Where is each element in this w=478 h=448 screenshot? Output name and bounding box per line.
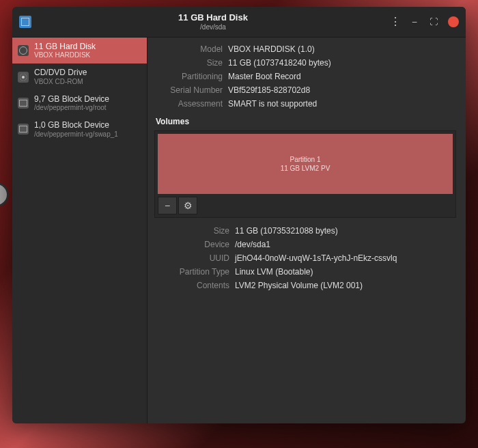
- part-type-value: Linux LVM (Bootable): [235, 266, 456, 278]
- part-size-value: 11 GB (10735321088 bytes): [235, 225, 456, 237]
- partition-properties: Size 11 GB (10735321088 bytes) Device /d…: [154, 225, 456, 292]
- background-ornament: [0, 184, 7, 205]
- device-sidebar: 11 GB Hard Disk VBOX HARDDISK CD/DVD Dri…: [12, 38, 147, 423]
- window-subtitle: /dev/sda: [36, 23, 391, 31]
- sidebar-item-hard-disk[interactable]: 11 GB Hard Disk VBOX HARDDISK: [12, 38, 147, 64]
- partitioning-value: Master Boot Record: [228, 70, 456, 83]
- part-device-value: /dev/sda1: [235, 238, 456, 251]
- sidebar-item-block-root[interactable]: 9,7 GB Block Device /dev/peppermint-vg/r…: [12, 90, 147, 116]
- sidebar-item-text: 9,7 GB Block Device /dev/peppermint-vg/r…: [34, 94, 109, 112]
- sidebar-item-title: 9,7 GB Block Device: [34, 94, 109, 104]
- volume-title: Partition 1: [290, 155, 320, 164]
- sidebar-item-text: 11 GB Hard Disk VBOX HARDDISK: [34, 42, 96, 59]
- model-value: VBOX HARDDISK (1.0): [228, 43, 456, 55]
- body-area: 11 GB Hard Disk VBOX HARDDISK CD/DVD Dri…: [12, 38, 466, 423]
- serial-value: VBf529f185-828702d8: [228, 84, 456, 96]
- part-device-label: Device: [154, 238, 229, 251]
- gear-icon: ⚙: [184, 200, 193, 211]
- part-uuid-label: UUID: [154, 252, 229, 264]
- block-device-icon: [18, 98, 29, 109]
- app-icon: [19, 16, 31, 28]
- part-contents-value: LVM2 Physical Volume (LVM2 001): [235, 279, 456, 292]
- harddisk-icon: [18, 45, 29, 56]
- size-label: Size: [154, 57, 223, 69]
- part-type-label: Partition Type: [154, 266, 229, 278]
- assessment-value: SMART is not supported: [228, 98, 456, 110]
- close-button[interactable]: [448, 16, 459, 27]
- sidebar-item-subtitle: /dev/peppermint-vg/root: [34, 104, 109, 112]
- partitioning-label: Partitioning: [154, 70, 223, 83]
- disks-window: 11 GB Hard Disk /dev/sda ⋮ – ⛶ 11 GB Har…: [12, 7, 466, 423]
- volume-subtitle: 11 GB LVM2 PV: [281, 164, 331, 173]
- model-label: Model: [154, 43, 223, 55]
- block-device-icon: [18, 124, 29, 135]
- sidebar-item-cd-drive[interactable]: CD/DVD Drive VBOX CD-ROM: [12, 64, 147, 89]
- minus-icon: −: [165, 200, 170, 211]
- sidebar-item-subtitle: VBOX HARDDISK: [34, 51, 96, 59]
- sidebar-item-subtitle: /dev/peppermint-vg/swap_1: [34, 130, 118, 139]
- volume-partition-1[interactable]: Partition 1 11 GB LVM2 PV: [158, 134, 453, 194]
- disk-properties: Model VBOX HARDDISK (1.0) Size 11 GB (10…: [154, 43, 456, 110]
- titlebar: 11 GB Hard Disk /dev/sda ⋮ – ⛶: [12, 7, 466, 38]
- size-value: 11 GB (10737418240 bytes): [228, 57, 456, 69]
- sidebar-item-title: CD/DVD Drive: [34, 68, 87, 77]
- sidebar-item-title: 1,0 GB Block Device: [34, 120, 118, 130]
- volumes-frame: Partition 1 11 GB LVM2 PV − ⚙: [154, 130, 456, 218]
- assessment-label: Assessment: [154, 98, 223, 110]
- part-uuid-value: jEhO44-0noW-uvqW-1sTA-ychJ-nEkz-cssvlq: [235, 252, 456, 264]
- partition-options-button[interactable]: ⚙: [178, 197, 197, 214]
- cd-icon: [18, 72, 29, 83]
- sidebar-item-block-swap[interactable]: 1,0 GB Block Device /dev/peppermint-vg/s…: [12, 116, 147, 142]
- sidebar-item-subtitle: VBOX CD-ROM: [34, 78, 87, 86]
- part-size-label: Size: [154, 225, 229, 237]
- sidebar-item-text: CD/DVD Drive VBOX CD-ROM: [34, 68, 87, 85]
- window-title: 11 GB Hard Disk: [36, 13, 391, 23]
- volume-toolbar: − ⚙: [158, 197, 453, 214]
- menu-button[interactable]: ⋮: [391, 17, 400, 27]
- titlebar-controls: ⋮ – ⛶: [391, 16, 459, 27]
- main-panel: Model VBOX HARDDISK (1.0) Size 11 GB (10…: [147, 38, 466, 423]
- part-contents-label: Contents: [154, 279, 229, 292]
- volumes-section-title: Volumes: [156, 117, 456, 126]
- sidebar-item-text: 1,0 GB Block Device /dev/peppermint-vg/s…: [34, 120, 118, 138]
- serial-label: Serial Number: [154, 84, 223, 96]
- minimize-button[interactable]: –: [410, 17, 419, 27]
- title-center: 11 GB Hard Disk /dev/sda: [36, 13, 391, 31]
- maximize-button[interactable]: ⛶: [429, 17, 438, 27]
- sidebar-item-title: 11 GB Hard Disk: [34, 42, 96, 51]
- delete-partition-button[interactable]: −: [158, 197, 177, 214]
